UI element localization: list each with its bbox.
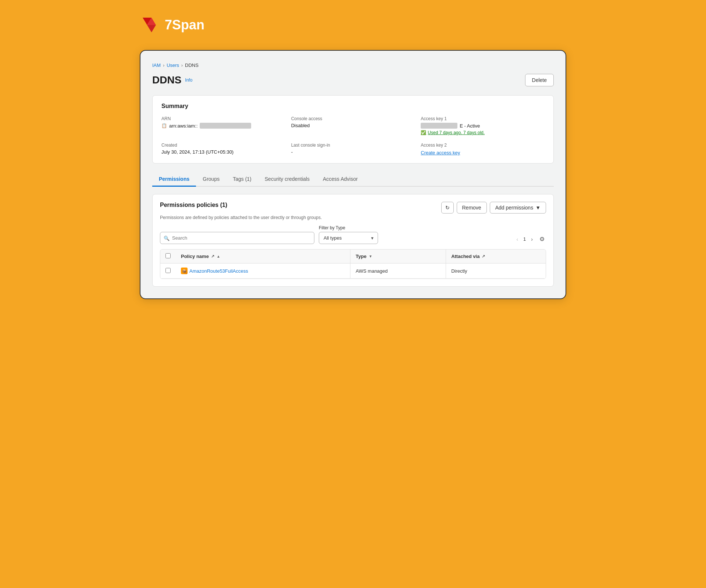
- last-console-value: -: [291, 149, 415, 155]
- access-key1-row: E - Active: [421, 123, 545, 129]
- search-icon: 🔍: [164, 235, 170, 241]
- access-key1-label: Access key 1: [421, 116, 545, 121]
- breadcrumb-sep-2: ›: [181, 63, 183, 68]
- breadcrumb-sep-1: ›: [163, 63, 164, 68]
- select-all-checkbox[interactable]: [165, 253, 171, 258]
- created-value: July 30, 2024, 17:13 (UTC+05:30): [161, 149, 285, 155]
- filter-type-label: Filter by Type: [319, 225, 378, 230]
- policy-type-icon: 📦: [181, 268, 188, 274]
- th-attached-via-label: Attached via: [451, 254, 479, 259]
- summary-access-key-1: Access key 1 E - Active ✅ Used 7 days ag…: [421, 116, 545, 135]
- policy-name-text: AmazonRoute53FullAccess: [189, 268, 248, 274]
- type-select-wrapper: All types AWS managed Customer managed I…: [319, 232, 378, 244]
- breadcrumb-iam[interactable]: IAM: [152, 62, 161, 68]
- row-checkbox[interactable]: [165, 268, 171, 273]
- permissions-table-container: Policy name ↗ ▲ Type ▼: [160, 249, 546, 279]
- pagination-current: 1: [523, 236, 526, 242]
- permissions-subtitle: Permissions are defined by policies atta…: [160, 215, 546, 220]
- access-key1-id-blurred: [421, 123, 457, 129]
- summary-last-console: Last console sign-in -: [291, 143, 415, 156]
- svg-marker-2: [147, 25, 156, 32]
- permissions-header-left: Permissions policies (1): [160, 202, 227, 208]
- summary-grid: ARN 📋 arn:aws:iam:: Console access Disab…: [161, 116, 545, 156]
- top-header: 7Span: [132, 15, 574, 35]
- sort-icon[interactable]: ▲: [217, 254, 220, 258]
- add-permissions-label: Add permissions: [495, 205, 534, 211]
- tabs-row: Permissions Groups Tags (1) Security cre…: [152, 172, 554, 187]
- permissions-actions: ↻ Remove Add permissions ▼: [441, 202, 546, 214]
- tab-groups[interactable]: Groups: [196, 172, 226, 187]
- arn-label: ARN: [161, 116, 285, 121]
- row-attached-via-cell: Directly: [446, 263, 546, 279]
- logo-container: 7Span: [140, 15, 204, 35]
- th-policy-name-label: Policy name: [181, 254, 209, 259]
- create-access-key-link[interactable]: Create access key: [421, 150, 460, 155]
- tab-permissions[interactable]: Permissions: [152, 172, 196, 187]
- type-sort-icon[interactable]: ▼: [369, 254, 372, 258]
- arn-prefix: arn:aws:iam::: [169, 123, 197, 129]
- policy-name-link[interactable]: 📦 AmazonRoute53FullAccess: [181, 268, 345, 274]
- summary-created: Created July 30, 2024, 17:13 (UTC+05:30): [161, 143, 285, 156]
- row-type-text: AWS managed: [356, 268, 388, 274]
- page-title-text: DDNS: [152, 74, 181, 86]
- add-permissions-arrow: ▼: [535, 205, 541, 211]
- summary-console-access: Console access Disabled: [291, 116, 415, 135]
- last-console-label: Last console sign-in: [291, 143, 415, 148]
- table-header-row: Policy name ↗ ▲ Type ▼: [160, 250, 546, 263]
- filter-controls-row: 🔍 Filter by Type All types AWS managed C…: [160, 225, 546, 244]
- row-type-cell: AWS managed: [350, 263, 446, 279]
- pagination-prev-button[interactable]: ‹: [514, 235, 520, 244]
- permissions-title: Permissions policies (1): [160, 202, 227, 208]
- th-type: Type ▼: [350, 250, 446, 263]
- th-attached-via: Attached via ↗: [446, 250, 546, 263]
- breadcrumb-current: DDNS: [185, 62, 199, 68]
- summary-access-key-2: Access key 2 Create access key: [421, 143, 545, 156]
- table-settings-button[interactable]: ⚙: [538, 234, 546, 244]
- refresh-button[interactable]: ↻: [441, 202, 454, 214]
- ext-link-icon: ↗: [211, 254, 214, 259]
- arn-blurred: [200, 123, 251, 129]
- logo-icon: [140, 15, 160, 35]
- delete-button[interactable]: Delete: [525, 74, 554, 86]
- th-select-all: [160, 250, 176, 263]
- used-info-text: Used 7 days ago. 7 days old.: [428, 130, 485, 135]
- console-access-label: Console access: [291, 116, 415, 121]
- breadcrumb: IAM › Users › DDNS: [152, 62, 554, 68]
- search-input[interactable]: [160, 232, 314, 244]
- created-label: Created: [161, 143, 285, 148]
- remove-button[interactable]: Remove: [457, 202, 487, 214]
- main-card: IAM › Users › DDNS DDNS Info Delete Summ…: [140, 50, 566, 299]
- arn-row: 📋 arn:aws:iam::: [161, 123, 285, 129]
- summary-arn: ARN 📋 arn:aws:iam::: [161, 116, 285, 135]
- row-attached-via-text: Directly: [451, 268, 467, 274]
- copy-icon: 📋: [161, 123, 167, 128]
- console-access-value: Disabled: [291, 123, 415, 128]
- add-permissions-button[interactable]: Add permissions ▼: [490, 202, 546, 214]
- tab-access-advisor[interactable]: Access Advisor: [316, 172, 364, 187]
- permissions-section: Permissions policies (1) ↻ Remove Add pe…: [152, 194, 554, 287]
- summary-title: Summary: [161, 103, 545, 110]
- permissions-header: Permissions policies (1) ↻ Remove Add pe…: [160, 202, 546, 214]
- tab-tags[interactable]: Tags (1): [226, 172, 258, 187]
- row-checkbox-cell: [160, 263, 176, 279]
- table-header: Policy name ↗ ▲ Type ▼: [160, 250, 546, 263]
- access-key2-label: Access key 2: [421, 143, 545, 148]
- used-info[interactable]: ✅ Used 7 days ago. 7 days old.: [421, 130, 545, 135]
- table-row: 📦 AmazonRoute53FullAccess AWS managed Di…: [160, 263, 546, 279]
- access-key1-suffix: E - Active: [460, 123, 480, 129]
- tab-security-credentials[interactable]: Security credentials: [258, 172, 316, 187]
- pagination-next-button[interactable]: ›: [529, 235, 535, 244]
- summary-card: Summary ARN 📋 arn:aws:iam:: Console acce…: [152, 95, 554, 164]
- search-wrapper: 🔍: [160, 232, 314, 244]
- attached-ext-link-icon: ↗: [482, 254, 485, 259]
- page-title: DDNS Info: [152, 74, 192, 86]
- table-body: 📦 AmazonRoute53FullAccess AWS managed Di…: [160, 263, 546, 279]
- info-badge[interactable]: Info: [185, 78, 192, 83]
- page-wrapper: 7Span IAM › Users › DDNS DDNS Info Delet…: [7, 15, 699, 299]
- breadcrumb-users[interactable]: Users: [167, 62, 179, 68]
- page-title-row: DDNS Info Delete: [152, 74, 554, 86]
- type-select[interactable]: All types AWS managed Customer managed I…: [319, 232, 378, 244]
- th-type-label: Type: [356, 254, 366, 259]
- th-policy-name: Policy name ↗ ▲: [176, 250, 350, 263]
- row-policy-name-cell: 📦 AmazonRoute53FullAccess: [176, 263, 350, 279]
